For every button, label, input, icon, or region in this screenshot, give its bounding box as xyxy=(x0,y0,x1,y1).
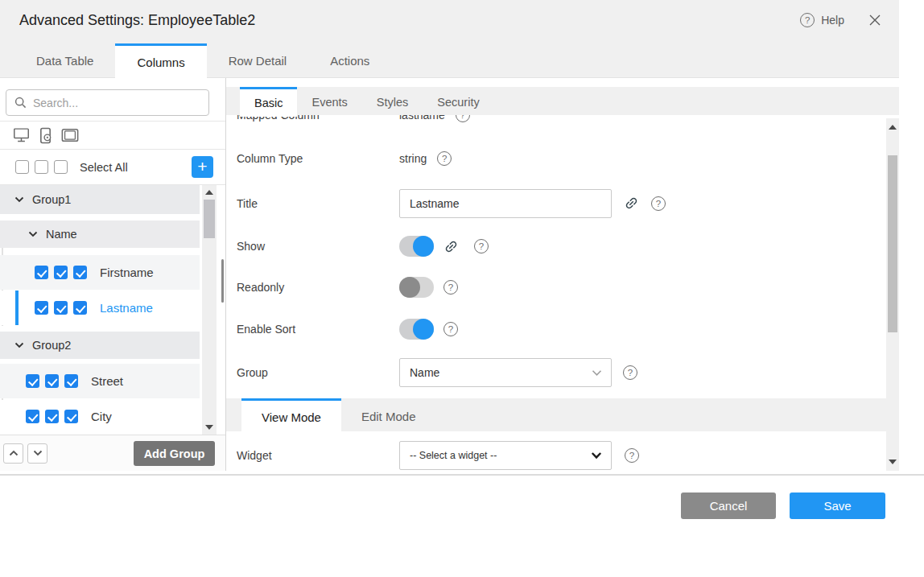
street-checkbox-desktop[interactable] xyxy=(26,374,39,388)
scroll-down-icon[interactable] xyxy=(205,425,213,430)
select-all-label: Select All xyxy=(80,161,128,174)
chevron-down-icon xyxy=(28,231,38,237)
chevron-down-icon xyxy=(14,196,24,203)
tree-name-group-header[interactable]: Name xyxy=(0,220,200,248)
sidebar-footer: Add Group xyxy=(0,435,225,471)
help-icon[interactable] xyxy=(474,239,489,253)
cancel-button[interactable]: Cancel xyxy=(681,493,776,519)
help-button[interactable]: Help xyxy=(821,14,844,27)
advanced-settings-dialog: Advanced Settings: EmployeeTable2 Help D… xyxy=(0,0,899,531)
chevron-down-icon xyxy=(14,342,24,348)
panel-resize-handle[interactable] xyxy=(221,259,224,303)
tab-security[interactable]: Security xyxy=(423,89,493,115)
field-row-group: Group Name xyxy=(226,350,886,395)
mode-tab-bar: View Mode Edit Mode xyxy=(226,398,886,431)
firstname-checkbox-mobile[interactable] xyxy=(54,266,68,279)
scrollbar-thumb[interactable] xyxy=(888,155,897,332)
help-icon[interactable] xyxy=(437,151,452,166)
tab-view-mode[interactable]: View Mode xyxy=(241,398,341,433)
search-icon xyxy=(14,97,27,109)
close-icon[interactable] xyxy=(868,14,881,27)
chevron-down-icon xyxy=(591,451,602,460)
tab-basic[interactable]: Basic xyxy=(240,87,297,117)
scroll-up-icon[interactable] xyxy=(889,125,897,130)
search-input[interactable] xyxy=(33,97,194,109)
city-checkbox-mobile[interactable] xyxy=(45,410,59,423)
tree-group1-header[interactable]: Group1 xyxy=(0,185,200,214)
tab-data-table[interactable]: Data Table xyxy=(14,44,115,77)
lastname-checkbox-tablet[interactable] xyxy=(73,301,87,315)
device-filter-row xyxy=(0,121,225,150)
city-checkbox-desktop[interactable] xyxy=(26,410,39,423)
field-row-enable-sort: Enable Sort xyxy=(226,308,886,350)
save-button[interactable]: Save xyxy=(790,493,885,519)
tree-item-firstname[interactable]: Firstname xyxy=(0,255,200,290)
move-up-button[interactable] xyxy=(3,443,23,464)
scrollbar-thumb[interactable] xyxy=(204,200,215,238)
settings-tab-bar: Basic Events Styles Security xyxy=(226,87,899,115)
field-row-mapped-column: Mapped Column lastname xyxy=(226,115,886,136)
firstname-checkbox-desktop[interactable] xyxy=(35,266,48,279)
help-icon[interactable] xyxy=(456,115,470,122)
select-all-checkbox-mobile[interactable] xyxy=(35,160,48,174)
title-input[interactable] xyxy=(399,189,612,218)
field-row-show: Show xyxy=(226,226,886,266)
help-icon[interactable] xyxy=(625,448,639,463)
chevron-down-icon xyxy=(592,369,602,377)
help-icon[interactable] xyxy=(623,365,637,380)
city-checkbox-tablet[interactable] xyxy=(64,410,78,423)
field-row-readonly: Readonly xyxy=(226,266,886,308)
selected-indicator xyxy=(15,291,19,325)
sidebar-scrollbar[interactable] xyxy=(202,185,217,435)
show-toggle[interactable] xyxy=(399,236,434,257)
main-tab-bar: Data Table Columns Row Detail Actions xyxy=(0,40,899,78)
lastname-checkbox-desktop[interactable] xyxy=(35,301,48,315)
tablet-icon[interactable] xyxy=(61,128,79,142)
widget-select[interactable]: -- Select a widget -- xyxy=(399,441,612,470)
firstname-checkbox-tablet[interactable] xyxy=(73,266,87,279)
tree-group2-header[interactable]: Group2 xyxy=(0,332,200,359)
mobile-icon[interactable] xyxy=(39,127,52,144)
street-checkbox-tablet[interactable] xyxy=(64,374,78,388)
tab-columns[interactable]: Columns xyxy=(115,43,206,79)
scroll-up-icon[interactable] xyxy=(205,190,213,195)
select-all-checkbox-tablet[interactable] xyxy=(54,160,68,174)
move-down-button[interactable] xyxy=(27,443,47,464)
lastname-checkbox-mobile[interactable] xyxy=(54,301,68,315)
dialog-title: Advanced Settings: EmployeeTable2 xyxy=(19,12,255,29)
tab-actions[interactable]: Actions xyxy=(308,44,391,77)
tree-item-street[interactable]: Street xyxy=(0,364,200,398)
dialog-body: Select All + Group1 Name xyxy=(0,78,899,471)
street-checkbox-mobile[interactable] xyxy=(45,374,59,388)
column-tree: Group1 Name Firstname Las xyxy=(0,185,226,435)
help-icon[interactable] xyxy=(443,322,458,336)
tab-row-detail[interactable]: Row Detail xyxy=(207,44,309,77)
desktop-icon[interactable] xyxy=(13,127,30,143)
settings-form: Mapped Column lastname Column Type strin… xyxy=(226,115,886,471)
mapped-column-value: lastname xyxy=(399,115,445,122)
tab-styles[interactable]: Styles xyxy=(362,89,423,115)
help-icon[interactable] xyxy=(651,196,666,211)
tree-item-lastname[interactable]: Lastname xyxy=(0,291,200,325)
field-row-title: Title xyxy=(226,180,886,226)
help-icon[interactable] xyxy=(443,280,458,295)
select-all-checkbox-desktop[interactable] xyxy=(15,160,29,174)
add-group-button[interactable]: Add Group xyxy=(134,441,215,466)
tab-events[interactable]: Events xyxy=(297,89,361,115)
link-icon[interactable] xyxy=(621,192,642,214)
scroll-down-icon[interactable] xyxy=(889,460,897,464)
panel-scrollbar[interactable] xyxy=(886,118,899,471)
enable-sort-toggle[interactable] xyxy=(399,319,434,340)
field-row-column-type: Column Type string xyxy=(226,136,886,180)
dialog-header: Advanced Settings: EmployeeTable2 Help xyxy=(0,0,899,40)
link-icon[interactable] xyxy=(440,236,462,258)
group-select[interactable]: Name xyxy=(399,358,612,387)
field-row-widget: Widget -- Select a widget -- xyxy=(226,431,886,471)
tab-edit-mode[interactable]: Edit Mode xyxy=(341,401,436,431)
column-search-box[interactable] xyxy=(6,89,209,116)
column-settings-panel: Basic Events Styles Security Mapped Colu… xyxy=(226,78,899,471)
readonly-toggle[interactable] xyxy=(399,277,434,298)
tree-item-city[interactable]: City xyxy=(0,400,200,433)
add-column-button[interactable]: + xyxy=(192,156,213,178)
help-icon[interactable] xyxy=(800,13,815,27)
